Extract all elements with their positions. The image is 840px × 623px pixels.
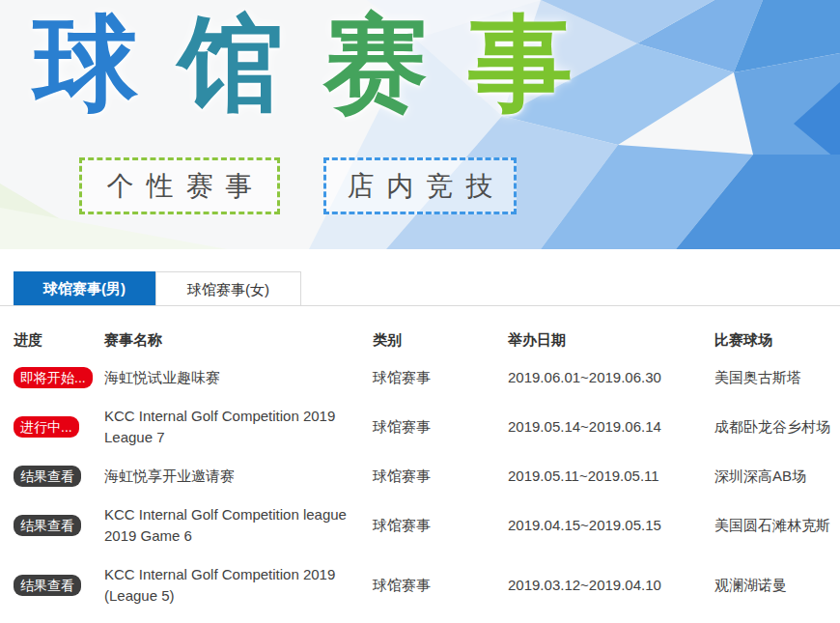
- event-name-link[interactable]: KCC Internal Golf Competition league 201…: [104, 504, 373, 547]
- tab-venue-events-men[interactable]: 球馆赛事(男): [14, 271, 155, 305]
- event-date: 2019.05.11~2019.05.11: [508, 466, 714, 487]
- event-course: 美国奥古斯塔: [714, 367, 840, 388]
- event-name-link[interactable]: KCC Internal Golf Competition 2019 (Leag…: [104, 564, 373, 607]
- tag-personal-events: 个性赛事: [79, 157, 280, 214]
- table-header-row: 进度 赛事名称 类别 举办日期 比赛球场: [14, 306, 840, 358]
- event-course: 成都卧龙谷乡村场: [714, 416, 840, 438]
- banner: 球馆赛事 个性赛事 店内竞技: [0, 0, 840, 249]
- table-row: 结果查看KCC Internal Golf Competition 2019 (…: [14, 555, 840, 615]
- status-badge[interactable]: 结果查看: [14, 466, 81, 487]
- status-badge[interactable]: 进行中...: [14, 416, 79, 438]
- event-date: 2019.05.14~2019.06.14: [508, 416, 714, 438]
- table-row: 结果查看KCC Internal Golf Competition league…: [14, 496, 840, 555]
- event-category: 球馆赛事: [373, 575, 508, 596]
- event-category: 球馆赛事: [373, 466, 508, 487]
- event-course: 观澜湖诺曼: [714, 575, 840, 596]
- status-badge[interactable]: 结果查看: [14, 515, 81, 536]
- status-badge[interactable]: 结果查看: [14, 575, 81, 596]
- event-category: 球馆赛事: [373, 416, 508, 438]
- col-header-category: 类别: [373, 330, 508, 349]
- title-char: 馆: [179, 5, 283, 122]
- title-char: 事: [468, 5, 573, 122]
- event-course: 深圳深高AB场: [714, 466, 840, 487]
- col-header-course: 比赛球场: [714, 330, 840, 349]
- tab-venue-events-women[interactable]: 球馆赛事(女): [155, 271, 301, 305]
- col-header-date: 举办日期: [508, 330, 714, 349]
- table-body: 即将开始...海虹悦试业趣味赛球馆赛事2019.06.01~2019.06.30…: [14, 358, 840, 623]
- event-date: 2019.06.01~2019.06.30: [508, 367, 714, 388]
- table-row: 结果查看海虹悦享开业邀请赛球馆赛事2019.05.11~2019.05.11深圳…: [14, 457, 840, 496]
- event-name-link[interactable]: KCC Internal Golf Competition 2019 Leagu…: [104, 406, 373, 448]
- event-course: 美国圆石滩林克斯: [714, 515, 840, 536]
- table-row: 即将开始...海虹悦试业趣味赛球馆赛事2019.06.01~2019.06.30…: [14, 358, 840, 397]
- page-title: 球馆赛事: [34, 6, 573, 123]
- event-date: 2019.04.15~2019.05.15: [508, 515, 714, 536]
- event-name-link[interactable]: 海虹悦试业趣味赛: [104, 367, 373, 388]
- table-row: 结果查看上海小黑高尔夫2019第一届会员杯邀请赛球馆赛事2019.02.20~2…: [14, 615, 840, 623]
- col-header-progress: 进度: [14, 330, 104, 349]
- tag-instore-competition: 店内竞技: [323, 157, 517, 214]
- table-row: 进行中...KCC Internal Golf Competition 2019…: [14, 397, 840, 457]
- col-header-event-name: 赛事名称: [104, 330, 373, 349]
- event-date: 2019.03.12~2019.04.10: [508, 575, 714, 596]
- events-table: 进度 赛事名称 类别 举办日期 比赛球场 即将开始...海虹悦试业趣味赛球馆赛事…: [14, 306, 840, 623]
- event-name-link[interactable]: 海虹悦享开业邀请赛: [104, 466, 373, 487]
- tab-bar: 球馆赛事(男) 球馆赛事(女): [0, 271, 840, 306]
- status-badge[interactable]: 即将开始...: [14, 367, 93, 388]
- event-category: 球馆赛事: [373, 515, 508, 536]
- title-char: 球: [34, 5, 138, 122]
- event-category: 球馆赛事: [373, 367, 508, 388]
- title-char: 赛: [323, 5, 428, 122]
